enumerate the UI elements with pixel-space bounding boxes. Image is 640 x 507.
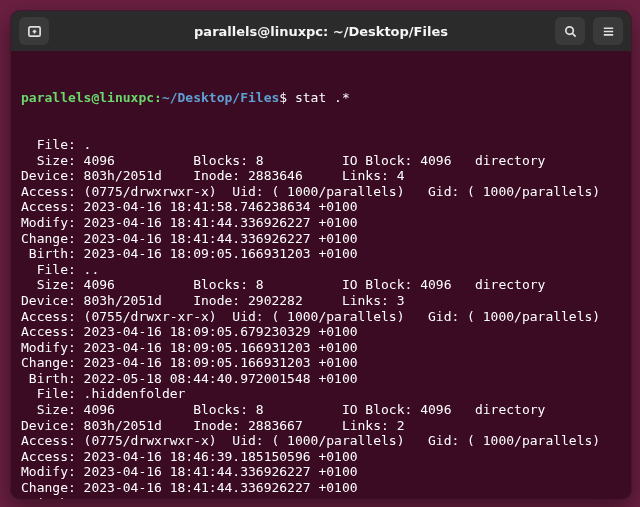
new-tab-button[interactable] (19, 17, 49, 45)
output-line: File: . (21, 137, 621, 153)
output-line: Access: (0755/drwxr-xr-x) Uid: ( 1000/pa… (21, 309, 621, 325)
output-line: Change: 2023-04-16 18:41:44.336926227 +0… (21, 480, 621, 496)
prompt-cwd: ~/Desktop/Files (162, 90, 279, 105)
output-line: Device: 803h/2051d Inode: 2883667 Links:… (21, 418, 621, 434)
menu-button[interactable] (593, 17, 623, 45)
svg-point-3 (565, 26, 573, 34)
output-line: Birth: 2023-04-16 18:09:05.166931203 +01… (21, 246, 621, 262)
prompt-command: stat .* (295, 90, 350, 105)
output-line: File: .hiddenfolder (21, 386, 621, 402)
hamburger-icon (601, 24, 616, 39)
output-line: Access: 2023-04-16 18:09:05.679230329 +0… (21, 324, 621, 340)
prompt-line: parallels@linuxpc:~/Desktop/Files$ stat … (21, 90, 621, 106)
output-line: Size: 4096 Blocks: 8 IO Block: 4096 dire… (21, 153, 621, 169)
terminal-window: parallels@linuxpc: ~/Desktop/Files paral… (10, 10, 632, 500)
output-line: Access: 2023-04-16 18:46:39.185150596 +0… (21, 449, 621, 465)
output-line: Modify: 2023-04-16 18:09:05.166931203 +0… (21, 340, 621, 356)
terminal-output: File: . Size: 4096 Blocks: 8 IO Block: 4… (21, 137, 621, 500)
svg-line-4 (572, 33, 575, 36)
search-button[interactable] (555, 17, 585, 45)
output-line: File: .. (21, 262, 621, 278)
output-line: Change: 2023-04-16 18:41:44.336926227 +0… (21, 231, 621, 247)
output-line: Device: 803h/2051d Inode: 2883646 Links:… (21, 168, 621, 184)
output-line: Size: 4096 Blocks: 8 IO Block: 4096 dire… (21, 277, 621, 293)
window-title: parallels@linuxpc: ~/Desktop/Files (194, 24, 448, 39)
search-icon (563, 24, 578, 39)
output-line: Size: 4096 Blocks: 8 IO Block: 4096 dire… (21, 402, 621, 418)
output-line: Access: (0775/drwxrwxr-x) Uid: ( 1000/pa… (21, 433, 621, 449)
output-line: Access: (0775/drwxrwxr-x) Uid: ( 1000/pa… (21, 184, 621, 200)
output-line: Modify: 2023-04-16 18:41:44.336926227 +0… (21, 464, 621, 480)
titlebar: parallels@linuxpc: ~/Desktop/Files (11, 11, 631, 51)
output-line: Access: 2023-04-16 18:41:58.746238634 +0… (21, 199, 621, 215)
output-line: Birth: 2023-04-16 18:41:44.336926227 +01… (21, 496, 621, 500)
terminal-body[interactable]: parallels@linuxpc:~/Desktop/Files$ stat … (11, 51, 631, 500)
output-line: Modify: 2023-04-16 18:41:44.336926227 +0… (21, 215, 621, 231)
new-tab-icon (27, 24, 42, 39)
output-line: Change: 2023-04-16 18:09:05.166931203 +0… (21, 355, 621, 371)
output-line: Device: 803h/2051d Inode: 2902282 Links:… (21, 293, 621, 309)
output-line: Birth: 2022-05-18 08:44:40.972001548 +01… (21, 371, 621, 387)
prompt-user: parallels@linuxpc (21, 90, 154, 105)
